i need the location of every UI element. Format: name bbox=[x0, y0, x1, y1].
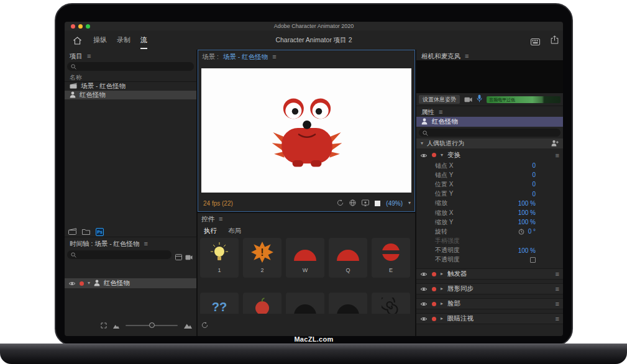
timeline-zoom-slider[interactable] bbox=[126, 325, 178, 326]
trigger-cell-lightbulb[interactable]: 1 bbox=[200, 238, 239, 278]
trigger-cell-black-dome-2[interactable] bbox=[329, 293, 367, 314]
behavior-menu-icon[interactable]: ≡ bbox=[556, 315, 559, 322]
opacity-checkbox[interactable] bbox=[530, 257, 536, 263]
camera-panel-menu-icon[interactable]: ≡ bbox=[465, 53, 469, 60]
record-arm-icon[interactable] bbox=[432, 287, 436, 291]
timeline-track-row[interactable]: ▾ 红色怪物 bbox=[65, 278, 196, 288]
chevron-down-icon[interactable]: ▾ bbox=[441, 153, 443, 158]
zoom-fit-icon[interactable] bbox=[101, 320, 107, 331]
behavior-section-triggers[interactable]: ▸ 触发器 ≡ bbox=[416, 268, 563, 280]
record-arm-icon[interactable] bbox=[432, 317, 436, 321]
project-panel-title: 项目 bbox=[70, 52, 83, 61]
behavior-menu-icon[interactable]: ≡ bbox=[556, 270, 559, 278]
tab-layout[interactable]: 布局 bbox=[228, 223, 241, 240]
eye-icon[interactable] bbox=[420, 268, 428, 280]
add-behavior-icon[interactable] bbox=[551, 138, 559, 149]
eye-icon[interactable] bbox=[420, 150, 428, 161]
record-arm-icon[interactable] bbox=[80, 281, 84, 286]
keyboard-shortcuts-icon[interactable] bbox=[531, 37, 540, 48]
tab-stream[interactable]: 流 bbox=[140, 32, 147, 49]
refresh-controls-icon[interactable] bbox=[201, 320, 208, 331]
behavior-section-lipsync[interactable]: ▸ 唇形同步 ≡ bbox=[416, 283, 563, 294]
trigger-cell-red-dome-w[interactable]: W bbox=[286, 238, 324, 278]
property-value[interactable]: 100 % bbox=[518, 219, 536, 225]
property-value[interactable]: 0 bbox=[532, 181, 536, 188]
record-arm-icon[interactable] bbox=[432, 302, 436, 306]
home-icon[interactable] bbox=[73, 36, 81, 47]
background-swatch[interactable] bbox=[375, 201, 380, 206]
microphone-icon[interactable] bbox=[477, 94, 482, 105]
property-value[interactable]: 0 ° bbox=[528, 228, 536, 235]
trigger-cell-exclamation[interactable]: ! 2 bbox=[243, 238, 281, 278]
trigger-cell-red-blink[interactable]: E bbox=[372, 238, 410, 278]
property-value[interactable]: 0 bbox=[532, 191, 536, 198]
behaviors-header-label: 人偶轨道行为 bbox=[427, 139, 464, 148]
minimize-button[interactable] bbox=[78, 24, 83, 29]
photoshop-badge[interactable]: Ps bbox=[96, 228, 104, 236]
share-icon[interactable] bbox=[551, 35, 559, 47]
project-panel-menu-icon[interactable]: ≡ bbox=[87, 53, 91, 60]
eye-icon[interactable] bbox=[420, 298, 428, 309]
scene-canvas[interactable] bbox=[201, 68, 411, 193]
property-value[interactable]: 100 % bbox=[518, 200, 536, 207]
property-value[interactable]: 0 bbox=[532, 171, 536, 178]
properties-panel-menu-icon[interactable]: ≡ bbox=[439, 109, 442, 116]
project-search-input[interactable] bbox=[67, 62, 194, 71]
eye-icon[interactable] bbox=[68, 278, 76, 289]
tab-record[interactable]: 录制 bbox=[117, 32, 130, 49]
chevron-down-icon[interactable]: ▾ bbox=[408, 201, 411, 206]
zoom-level-dropdown[interactable]: (49%) bbox=[386, 200, 403, 207]
set-rest-pose-button[interactable]: 设置休息姿势 bbox=[419, 95, 460, 104]
behaviors-header[interactable]: ▾ 人偶轨道行为 bbox=[416, 139, 563, 148]
zoom-in-mountain-icon[interactable] bbox=[184, 320, 192, 331]
scene-panel-menu-icon[interactable]: ≡ bbox=[272, 53, 276, 60]
record-arm-icon[interactable] bbox=[432, 153, 436, 157]
transform-behavior-row[interactable]: ▾ 变换 ≡ bbox=[416, 150, 563, 160]
chevron-down-icon[interactable]: ▾ bbox=[88, 281, 90, 286]
property-value[interactable]: 100 % bbox=[518, 247, 536, 254]
eye-icon[interactable] bbox=[420, 313, 428, 324]
record-arm-icon[interactable] bbox=[432, 272, 436, 276]
refresh-scene-icon[interactable] bbox=[337, 198, 344, 209]
timeline-camera-icon[interactable] bbox=[185, 252, 193, 263]
selected-puppet-row[interactable]: 红色怪物 bbox=[416, 117, 563, 127]
project-item-puppet[interactable]: 红色怪物 bbox=[65, 91, 196, 99]
stopwatch-icon[interactable] bbox=[518, 226, 524, 237]
stream-icon[interactable] bbox=[349, 198, 356, 209]
behavior-menu-icon[interactable]: ≡ bbox=[556, 285, 559, 293]
zoom-out-mountain-icon[interactable] bbox=[113, 320, 119, 331]
tab-perform[interactable]: 执行 bbox=[204, 223, 217, 240]
properties-search-input[interactable] bbox=[419, 129, 561, 137]
trigger-cell-question[interactable]: ?? bbox=[200, 293, 239, 314]
close-button[interactable] bbox=[71, 24, 75, 29]
trigger-cell-black-dome-1[interactable] bbox=[286, 293, 324, 314]
zoom-button[interactable] bbox=[86, 24, 90, 29]
chevron-right-icon[interactable]: ▸ bbox=[441, 271, 443, 276]
snapshot-icon[interactable] bbox=[362, 198, 369, 209]
camera-icon[interactable] bbox=[464, 94, 472, 105]
trigger-cell-red-dome-q[interactable]: Q bbox=[329, 238, 367, 278]
property-value[interactable]: 0 bbox=[532, 162, 536, 169]
trigger-cell-spiral[interactable] bbox=[372, 293, 410, 314]
search-icon bbox=[71, 61, 76, 72]
new-folder-icon[interactable] bbox=[82, 226, 90, 237]
behavior-section-eyegaze[interactable]: ▸ 眼睛注视 ≡ bbox=[416, 313, 563, 324]
new-scene-icon[interactable] bbox=[68, 226, 76, 237]
eye-icon[interactable] bbox=[420, 283, 428, 294]
chevron-right-icon[interactable]: ▸ bbox=[441, 316, 443, 321]
tab-rig[interactable]: 操纵 bbox=[93, 32, 107, 49]
trigger-cell-apple[interactable] bbox=[243, 293, 281, 314]
property-value[interactable]: 100 % bbox=[518, 209, 536, 216]
project-item-scene[interactable]: 场景 - 红色怪物 bbox=[65, 82, 196, 91]
timeline-options-icon[interactable] bbox=[175, 252, 182, 263]
timeline-panel-menu-icon[interactable]: ≡ bbox=[144, 240, 148, 247]
timeline-search-input[interactable] bbox=[67, 250, 172, 259]
behavior-menu-icon[interactable]: ≡ bbox=[556, 300, 559, 307]
chevron-right-icon[interactable]: ▸ bbox=[441, 286, 443, 291]
behavior-menu-icon[interactable]: ≡ bbox=[556, 152, 559, 159]
controls-panel-menu-icon[interactable]: ≡ bbox=[219, 216, 222, 222]
behavior-section-face[interactable]: ▸ 脸部 ≡ bbox=[416, 298, 563, 309]
zoom-slider-thumb[interactable] bbox=[149, 322, 155, 328]
chevron-right-icon[interactable]: ▸ bbox=[441, 301, 443, 306]
chevron-down-icon[interactable]: ▾ bbox=[421, 141, 423, 146]
